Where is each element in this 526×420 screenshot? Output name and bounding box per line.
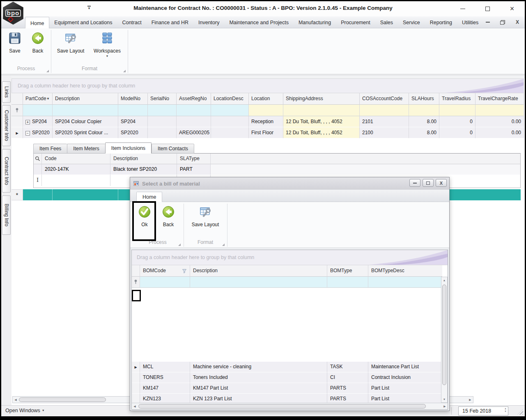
new-row-cell-description[interactable] xyxy=(53,189,118,200)
collapse-icon[interactable]: − xyxy=(25,131,30,135)
table-row[interactable]: KM147 KM147 Part List PARTS Part List xyxy=(132,383,442,394)
maximize-button[interactable] xyxy=(480,4,494,13)
filter-locationdesc[interactable] xyxy=(211,105,249,116)
date-spin-down-icon[interactable]: ▼ xyxy=(504,410,507,413)
dialog-close-button[interactable]: X xyxy=(436,179,447,187)
mdi-minimize-button[interactable] xyxy=(485,19,491,25)
tab-utilities[interactable]: Utilities xyxy=(457,16,483,28)
column-header-cosaccountcode[interactable]: COSAccountCode xyxy=(360,93,409,105)
system-date-field[interactable]: 15 Feb 2018 ▲ ▼ xyxy=(458,406,508,415)
dialog-title-bar[interactable]: Select a bill of material X xyxy=(130,177,449,190)
dialog-process-launcher-icon[interactable] xyxy=(178,243,181,246)
tab-item-contacts[interactable]: Item Contacts xyxy=(152,144,194,154)
column-header-locationdesc[interactable]: LocationDesc xyxy=(211,93,249,105)
filter-description[interactable] xyxy=(53,105,118,116)
tab-service[interactable]: Service xyxy=(398,16,425,28)
bom-filter-bomtypedesc[interactable] xyxy=(368,277,442,288)
dialog-back-button[interactable]: Back xyxy=(157,204,179,233)
bom-filter-bomcode[interactable] xyxy=(140,277,190,288)
bom-scroll-down-icon[interactable]: ▼ xyxy=(441,398,447,401)
sidebar-item-contract-info[interactable]: Contract Info xyxy=(2,149,11,193)
back-button[interactable]: Back xyxy=(25,30,51,60)
filter-assetregno[interactable] xyxy=(177,105,211,116)
dialog-minimize-button[interactable] xyxy=(409,179,420,187)
column-header-bomtype[interactable]: BOMType xyxy=(327,265,368,277)
workspaces-button[interactable]: Workspaces ▼ xyxy=(90,30,124,60)
save-button[interactable]: Save xyxy=(2,30,28,60)
column-header-description[interactable]: Description xyxy=(53,93,118,105)
table-row-selected[interactable]: ▶ −SP2020 SP2020 Sprint Colour ... SP202… xyxy=(11,127,524,138)
bom-group-by-panel[interactable]: Drag a column header here to group by th… xyxy=(132,250,448,265)
sidebar-item-customer-info[interactable]: Customer Info xyxy=(2,105,11,146)
filter-cosaccountcode[interactable] xyxy=(360,105,409,116)
new-row-cell-partcode[interactable] xyxy=(23,189,53,200)
bom-vertical-scrollbar[interactable]: ▲ ▼ xyxy=(441,277,448,403)
dialog-format-launcher-icon[interactable] xyxy=(222,243,225,246)
bom-scroll-up-icon[interactable]: ▲ xyxy=(441,279,447,282)
tab-inventory[interactable]: Inventory xyxy=(193,16,224,28)
date-spin-up-icon[interactable]: ▲ xyxy=(504,407,507,410)
mdi-restore-button[interactable] xyxy=(499,19,506,25)
resize-grip[interactable] xyxy=(517,409,523,415)
tab-sales[interactable]: Sales xyxy=(375,16,398,28)
filter-travelchargerate[interactable] xyxy=(475,105,524,116)
bom-filter-bomtype[interactable] xyxy=(327,277,368,288)
scroll-left-icon[interactable]: ◀ xyxy=(13,398,18,402)
column-header-slahours[interactable]: SLAHours xyxy=(409,93,439,105)
column-header-serialno[interactable]: SerialNo xyxy=(148,93,177,105)
minimize-button[interactable] xyxy=(456,4,470,13)
column-header-bomtypedesc[interactable]: BOMTypeDesc xyxy=(368,265,442,277)
bomcode-filter-icon[interactable] xyxy=(182,269,187,273)
column-header-inclusion-description[interactable]: Description xyxy=(110,154,177,164)
save-layout-button[interactable]: Save Layout xyxy=(55,30,87,60)
sidebar-item-billing-info[interactable]: Billing Info xyxy=(2,195,11,235)
filter-shippingaddress[interactable] xyxy=(283,105,360,116)
tab-item-inclusions[interactable]: Item Inclusions xyxy=(105,142,152,154)
bom-scroll-right-icon[interactable]: ▶ xyxy=(442,405,448,408)
bom-filter-description[interactable] xyxy=(190,277,327,288)
mdi-close-button[interactable]: X xyxy=(514,19,521,25)
filter-slahours[interactable] xyxy=(409,105,439,116)
filter-travelradius[interactable] xyxy=(439,105,475,116)
filter-serialno[interactable] xyxy=(148,105,177,116)
tab-procurement[interactable]: Procurement xyxy=(336,16,375,28)
dialog-save-layout-button[interactable]: Save Layout xyxy=(189,204,222,233)
column-header-partcode[interactable]: PartCode▼ xyxy=(23,93,53,105)
open-windows-button[interactable]: Open Windows▼ xyxy=(5,408,45,413)
process-dialog-launcher-icon[interactable] xyxy=(46,70,49,72)
main-hscroll-thumb[interactable] xyxy=(19,397,106,402)
tab-manufacturing[interactable]: Manufacturing xyxy=(294,16,336,28)
column-header-travelradius[interactable]: TravelRadius xyxy=(439,93,475,105)
tab-item-fees[interactable]: Item Fees xyxy=(33,144,67,154)
sidebar-item-links[interactable]: Links xyxy=(2,81,11,103)
close-button[interactable]: × xyxy=(505,4,519,13)
tab-item-meters[interactable]: Item Meters xyxy=(67,144,105,154)
partcode-sort-icon[interactable]: ▼ xyxy=(46,93,50,104)
filter-location[interactable] xyxy=(249,105,283,116)
expand-icon[interactable]: + xyxy=(25,120,30,124)
filter-modelno[interactable] xyxy=(118,105,148,116)
column-header-assetregno[interactable]: AssetRegNo xyxy=(177,93,211,105)
search-indicator-cell[interactable] xyxy=(34,154,42,164)
column-header-bomcode[interactable]: BOMCode xyxy=(140,265,190,277)
quick-access-caret-icon[interactable]: ▼ xyxy=(87,6,91,10)
dialog-maximize-button[interactable] xyxy=(423,179,434,187)
column-header-shippingaddress[interactable]: ShippingAddress xyxy=(283,93,360,105)
tab-home[interactable]: Home xyxy=(25,17,49,29)
column-header-bom-description[interactable]: Description xyxy=(190,265,327,277)
bom-vscroll-thumb[interactable] xyxy=(442,285,446,385)
scroll-right-icon[interactable]: ▶ xyxy=(467,398,473,402)
column-header-location[interactable]: Location xyxy=(249,93,283,105)
tab-contract[interactable]: Contract xyxy=(117,16,146,28)
table-row[interactable]: TONERS Toners Included CI Contract Inclu… xyxy=(132,372,442,383)
column-header-modelno[interactable]: ModelNo xyxy=(118,93,148,105)
tab-reporting[interactable]: Reporting xyxy=(425,16,457,28)
bom-horizontal-scrollbar[interactable]: ◀ ▶ xyxy=(132,403,448,409)
column-header-travelchargerate[interactable]: TravelChargeRate xyxy=(475,93,524,105)
column-header-slatype[interactable]: SLAType xyxy=(177,154,211,164)
tab-finance-and-hr[interactable]: Finance and HR xyxy=(147,16,193,28)
tab-maintenance-and-projects[interactable]: Maintenance and Projects xyxy=(224,16,294,28)
empty-code-cell[interactable] xyxy=(42,175,110,186)
bom-hscroll-thumb[interactable] xyxy=(138,404,426,409)
group-by-panel[interactable]: Drag a column header here to group by th… xyxy=(11,78,524,93)
